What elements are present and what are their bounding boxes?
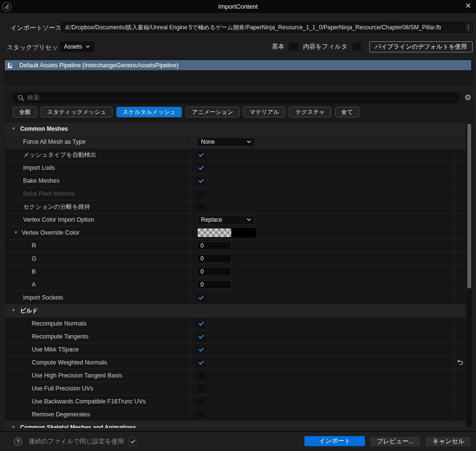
collapse-triangle-icon: ▼ <box>12 127 15 131</box>
settings-gear-icon[interactable]: ⚙ <box>464 93 471 102</box>
tab-general[interactable]: 全般 <box>13 107 37 117</box>
use-same-settings-checkbox[interactable] <box>128 437 137 446</box>
cancel-button[interactable]: キャンセル <box>425 436 472 447</box>
property-label: Compute Weighted Normals <box>5 359 107 366</box>
property-row-vertex-override-color-g: G0 <box>5 252 465 265</box>
footer-bar: ? 後続のファイルで同じ設定を使用 インポートプレビュー...キャンセル <box>0 431 476 451</box>
section-header-common-skeletal-meshes-and-animations[interactable]: ▼Common Skeletal Meshes and Animations <box>5 421 465 428</box>
vertex-override-color-a-input[interactable]: 0 <box>197 280 232 289</box>
keep-sections-separate-checkbox[interactable] <box>197 203 205 211</box>
check-icon <box>199 335 204 339</box>
vertex-override-color-g-input[interactable]: 0 <box>197 254 232 263</box>
vertex-override-color-b-input[interactable]: 0 <box>197 267 232 276</box>
use-mikk-tspace-checkbox[interactable] <box>197 346 205 354</box>
property-row-vertex-override-color-r: R0 <box>5 239 465 252</box>
pipeline-row-selected[interactable]: Default Assets Pipeline (InterchangeGene… <box>5 60 471 70</box>
import-source-path: d:/Dropbox/Documents/購入書籍/Unreal Engine … <box>62 24 464 32</box>
use-backwards-compatible-f16trunc-uvs-checkbox[interactable] <box>197 398 205 406</box>
section-label: Common Skeletal Meshes and Animations <box>20 424 136 428</box>
check-icon <box>199 322 204 326</box>
remove-degenerates-checkbox[interactable] <box>197 411 205 419</box>
dropdown-value: None <box>201 138 215 145</box>
property-row-import-lods: Import Lods <box>5 162 465 175</box>
tab-texture[interactable]: テクスチャ <box>289 107 331 117</box>
property-row-auto-detect-mesh-type: メッシュタイプを自動検出 <box>5 149 465 162</box>
import-source-row: インポートソース d:/Dropbox/Documents/購入書籍/Unrea… <box>0 22 476 33</box>
unreal-engine-logo-icon <box>1 1 12 12</box>
recompute-tangents-checkbox[interactable] <box>197 333 205 341</box>
filter-contents-label: 内容をフィルタ <box>303 42 348 51</box>
filter-contents-checkbox[interactable] <box>352 42 362 51</box>
filter-tabs: 全般スタティックメッシュスケルタルメッシュアニメーションマテリアルテクスチャ全て <box>13 107 359 117</box>
reset-undo-icon <box>457 360 463 365</box>
property-row-use-high-precision-tangent-basis: Use High Precision Tangent Basis <box>5 369 465 382</box>
property-label: R <box>5 242 36 249</box>
property-row-bake-pivot-meshes: Bake Pivot Meshes <box>5 188 465 200</box>
property-row-remove-degenerates: Remove Degenerates <box>5 408 465 421</box>
title-bar: ImportContent ✕ <box>0 0 476 13</box>
use-high-precision-tangent-basis-checkbox[interactable] <box>197 372 205 380</box>
compute-weighted-normals-checkbox[interactable] <box>197 359 205 367</box>
stack-preset-row: スタックプリセット Assets 基本 内容をフィルタ パイプラインのデフォルト… <box>0 41 476 52</box>
property-row-recompute-tangents: Recompute Tangents <box>5 330 465 343</box>
pipeline-settings-pane: 検索 ⚙ 全般スタティックメッシュスケルタルメッシュアニメーションマテリアルテク… <box>5 90 473 428</box>
check-icon <box>199 361 204 365</box>
stack-preset-dropdown[interactable]: Assets <box>60 41 94 52</box>
collapse-triangle-icon: ▼ <box>12 426 15 428</box>
tab-static-mesh[interactable]: スタティックメッシュ <box>41 107 113 117</box>
property-grid: ▼Common MeshesForce All Mesh as TypeNone… <box>5 123 465 428</box>
check-icon <box>199 296 204 300</box>
property-label: Force All Mesh as Type <box>5 138 86 145</box>
collapse-triangle-icon: ▼ <box>12 309 15 313</box>
property-label: G <box>5 255 37 262</box>
auto-detect-mesh-type-checkbox[interactable] <box>197 151 205 159</box>
property-label: Recompute Normals <box>5 320 87 327</box>
force-all-mesh-as-type-dropdown[interactable]: None <box>197 138 255 147</box>
import-source-path-field[interactable]: d:/Dropbox/Documents/購入書籍/Unreal Engine … <box>62 22 473 33</box>
property-row-compute-weighted-normals: Compute Weighted Normals <box>5 356 465 369</box>
stack-preset-value: Assets <box>64 43 82 50</box>
vertex-override-color-r-input[interactable]: 0 <box>197 241 232 250</box>
tab-all[interactable]: 全て <box>335 107 359 117</box>
vertical-scrollbar[interactable] <box>467 123 472 427</box>
property-label: Bake Meshes <box>5 177 60 184</box>
use-pipeline-defaults-button[interactable]: パイプラインのデフォルトを使用 <box>369 41 473 52</box>
stack-preset-label: スタックプリセット <box>7 43 64 52</box>
import-lods-checkbox[interactable] <box>197 164 205 172</box>
tab-animation[interactable]: アニメーション <box>186 107 239 117</box>
import-sockets-checkbox[interactable] <box>197 294 205 302</box>
use-same-settings-label: 後続のファイルで同じ設定を使用 <box>29 437 124 446</box>
dropdown-value: Replace <box>201 216 222 223</box>
import-source-label: インポートソース <box>11 24 62 32</box>
property-label: Vertex Color Import Option <box>5 216 94 223</box>
property-row-vertex-override-color-b: B0 <box>5 265 465 278</box>
vertex-override-color-color-swatch[interactable] <box>197 228 256 238</box>
help-icon[interactable]: ? <box>14 438 22 446</box>
property-label: Use Full Precision UVs <box>5 385 93 392</box>
property-label: Vertex Override Color <box>18 229 79 236</box>
section-header-build[interactable]: ▼ビルド <box>5 304 465 317</box>
search-input[interactable]: 検索 <box>13 93 459 103</box>
window-title: ImportContent <box>0 3 476 10</box>
tab-material[interactable]: マテリアル <box>243 107 285 117</box>
close-icon[interactable]: ✕ <box>465 1 471 10</box>
check-icon <box>199 166 204 170</box>
expand-triangle-icon[interactable]: ▼ <box>14 231 18 235</box>
bake-meshes-checkbox[interactable] <box>197 177 205 185</box>
property-row-use-mikk-tspace: Use Mikk TSpace <box>5 343 465 356</box>
property-label: Bake Pivot Meshes <box>5 190 75 197</box>
property-row-force-all-mesh-as-type: Force All Mesh as TypeNone <box>5 136 465 149</box>
pipeline-stack-list: Default Assets Pipeline (InterchangeGene… <box>3 59 473 86</box>
vertex-color-import-option-dropdown[interactable]: Replace <box>197 215 255 225</box>
basic-checkbox[interactable] <box>289 42 298 51</box>
recompute-normals-checkbox[interactable] <box>197 320 205 328</box>
preview-button[interactable]: プレビュー... <box>369 436 421 447</box>
tab-skeletal-mesh[interactable]: スケルタルメッシュ <box>116 107 182 117</box>
import-button[interactable]: インポート <box>304 436 365 446</box>
browse-ellipsis-icon[interactable]: ⋮ <box>464 23 472 32</box>
section-header-common-meshes[interactable]: ▼Common Meshes <box>5 123 465 136</box>
chevron-down-icon <box>247 218 251 221</box>
use-full-precision-uvs-checkbox[interactable] <box>197 385 205 393</box>
scrollbar-thumb[interactable] <box>467 124 471 288</box>
reset-to-default-button[interactable] <box>455 356 465 369</box>
